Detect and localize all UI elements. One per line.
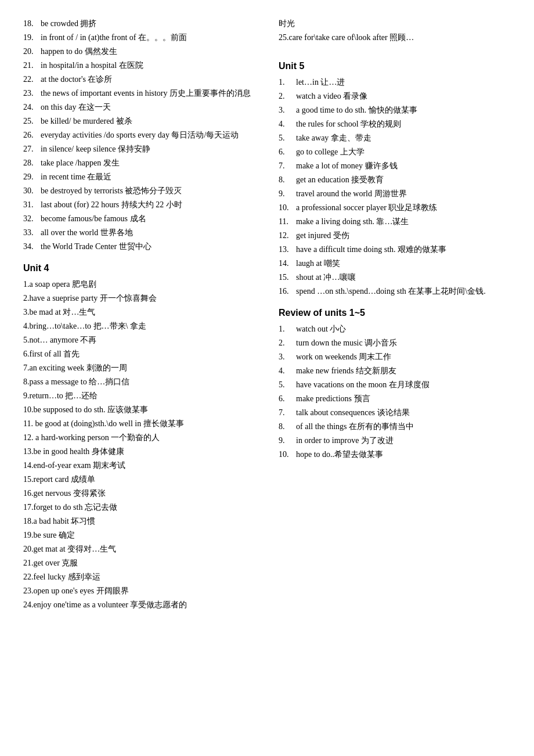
list-item: 26.everyday activities /do sports every … xyxy=(23,129,255,141)
item-num: 5. xyxy=(279,132,296,144)
list-item: 34.the World Trade Center 世贸中心 xyxy=(23,240,255,253)
list-item: 6.go to college 上大学 xyxy=(279,146,511,158)
item-text: in recent time 在最近 xyxy=(41,171,111,183)
review-title: Review of units 1~5 xyxy=(279,308,511,318)
list-item: 3.work on weekends 周末工作 xyxy=(279,351,511,363)
item-text: hope to do..希望去做某事 xyxy=(296,448,383,460)
page-layout: 18.be crowded 拥挤19.in front of / in (at)… xyxy=(23,17,511,613)
top-continuation: 时光25.care for\take care of\look after 照顾… xyxy=(279,17,511,44)
item-text: be killed/ be murdered 被杀 xyxy=(41,115,132,127)
list-item: 1.watch out 小心 xyxy=(279,323,511,335)
item-text: a good time to do sth. 愉快的做某事 xyxy=(296,104,417,116)
list-item: 5.not… anymore 不再 xyxy=(23,334,255,346)
list-item: 5.have vacations on the moon 在月球度假 xyxy=(279,379,511,391)
list-item: 7.talk about consequences 谈论结果 xyxy=(279,406,511,419)
item-num: 32. xyxy=(23,213,41,225)
item-num: 30. xyxy=(23,185,41,197)
list-item: 24.on this day 在这一天 xyxy=(23,101,255,113)
list-item: 5.take away 拿走、带走 xyxy=(279,132,511,144)
item-num: 16. xyxy=(279,285,296,297)
item-num: 14. xyxy=(279,257,296,269)
list-item: 23.the news of important events in histo… xyxy=(23,87,255,99)
item-num: 7. xyxy=(279,160,296,172)
list-item: 9.travel around the world 周游世界 xyxy=(279,188,511,200)
item-num: 12. xyxy=(279,229,296,242)
left-column: 18.be crowded 拥挤19.in front of / in (at)… xyxy=(23,17,255,613)
list-item: 33.all over the world 世界各地 xyxy=(23,226,255,239)
list-item: 25.be killed/ be murdered 被杀 xyxy=(23,115,255,127)
item-num: 7. xyxy=(279,406,296,419)
list-item: 8.get an education 接受教育 xyxy=(279,174,511,186)
list-item: 27.in silence/ keep silence 保持安静 xyxy=(23,143,255,155)
list-item: 20.get mat at 变得对…生气 xyxy=(23,543,255,555)
continuation-text: 时光 xyxy=(279,17,511,30)
item-text: make new friends 结交新朋友 xyxy=(296,365,396,377)
list-item: 32.become famous/be famous 成名 xyxy=(23,213,255,225)
list-item: 2.turn down the music 调小音乐 xyxy=(279,337,511,349)
list-item: 9.in order to improve 为了改进 xyxy=(279,434,511,447)
item-text: in silence/ keep silence 保持安静 xyxy=(41,143,150,155)
item-text: watch out 小心 xyxy=(296,323,346,335)
item-text: watch a video 看录像 xyxy=(296,90,367,102)
list-item: 30.be destroyed by terrorists 被恐怖分子毁灭 xyxy=(23,185,255,197)
item-num: 13. xyxy=(279,243,296,255)
item-num: 31. xyxy=(23,199,41,211)
list-item: 31.last about (for) 22 hours 持续大约 22 小时 xyxy=(23,199,255,211)
item-num: 28. xyxy=(23,157,41,169)
item-text: go to college 上大学 xyxy=(296,146,365,158)
list-item: 19.in front of / in (at)the front of 在。。… xyxy=(23,31,255,44)
item-text: be destroyed by terrorists 被恐怖分子毁灭 xyxy=(41,185,182,197)
unit4-title: Unit 4 xyxy=(23,263,255,273)
list-item: 8.of all the things 在所有的事情当中 xyxy=(279,420,511,433)
item-num: 21. xyxy=(23,59,41,71)
item-num: 24. xyxy=(23,101,41,113)
item-text: in hospital/in a hospital 在医院 xyxy=(41,59,143,71)
item-num: 19. xyxy=(23,31,41,44)
list-item: 2.watch a video 看录像 xyxy=(279,90,511,102)
list-item: 4.bring…to\take…to 把…带来\ 拿走 xyxy=(23,320,255,332)
list-item: 28.take place /happen 发生 xyxy=(23,157,255,169)
item-num: 3. xyxy=(279,104,296,116)
unit5-title: Unit 5 xyxy=(279,61,511,71)
item-num: 33. xyxy=(23,226,41,239)
list-item: 6.first of all 首先 xyxy=(23,348,255,360)
item-text: the rules for school 学校的规则 xyxy=(296,118,401,130)
list-item: 12. a hard-working person 一个勤奋的人 xyxy=(23,431,255,444)
list-item: 15.report card 成绩单 xyxy=(23,473,255,485)
item-num: 23. xyxy=(23,87,41,99)
item-text: shout at 冲…嚷嚷 xyxy=(296,271,356,283)
item-text: have a difficult time doing sth. 艰难的做某事 xyxy=(296,243,446,255)
item-num: 4. xyxy=(279,118,296,130)
item-text: on this day 在这一天 xyxy=(41,101,111,113)
item-num: 3. xyxy=(279,351,296,363)
item-text: become famous/be famous 成名 xyxy=(41,213,146,225)
item-text: a professional soccer player 职业足球教练 xyxy=(296,201,437,214)
unit5-list: 1.let…in 让…进2.watch a video 看录像3.a good … xyxy=(279,76,511,297)
list-item: 22.feel lucky 感到幸运 xyxy=(23,571,255,583)
item-text: turn down the music 调小音乐 xyxy=(296,337,397,349)
list-item: 29.in recent time 在最近 xyxy=(23,171,255,183)
list-item: 6.make predictions 预言 xyxy=(279,393,511,405)
list-item: 17.forget to do sth 忘记去做 xyxy=(23,501,255,513)
item-num: 22. xyxy=(23,73,41,85)
item-text: take place /happen 发生 xyxy=(41,157,120,169)
item-text: happen to do 偶然发生 xyxy=(41,45,117,57)
item-num: 29. xyxy=(23,171,41,183)
list-item: 18.be crowded 拥挤 xyxy=(23,17,255,30)
list-item: 16.spend …on sth.\spend…doing sth 在某事上花时… xyxy=(279,285,511,297)
item-num: 34. xyxy=(23,240,41,253)
item-text: make predictions 预言 xyxy=(296,393,370,405)
item-text: take away 拿走、带走 xyxy=(296,132,371,144)
list-item: 12.get injured 受伤 xyxy=(279,229,511,242)
item-text: in front of / in (at)the front of 在。。。前面 xyxy=(41,31,187,44)
item-text: have vacations on the moon 在月球度假 xyxy=(296,379,430,391)
item-text: of all the things 在所有的事情当中 xyxy=(296,420,414,433)
item-text: travel around the world 周游世界 xyxy=(296,188,407,200)
item-num: 8. xyxy=(279,420,296,433)
list-item: 11.make a living doing sth. 靠…谋生 xyxy=(279,215,511,228)
item-text: get an education 接受教育 xyxy=(296,174,384,186)
list-item: 8.pass a message to 给…捎口信 xyxy=(23,376,255,388)
continue-list: 18.be crowded 拥挤19.in front of / in (at)… xyxy=(23,17,255,253)
item-num: 8. xyxy=(279,174,296,186)
item-num: 4. xyxy=(279,365,296,377)
